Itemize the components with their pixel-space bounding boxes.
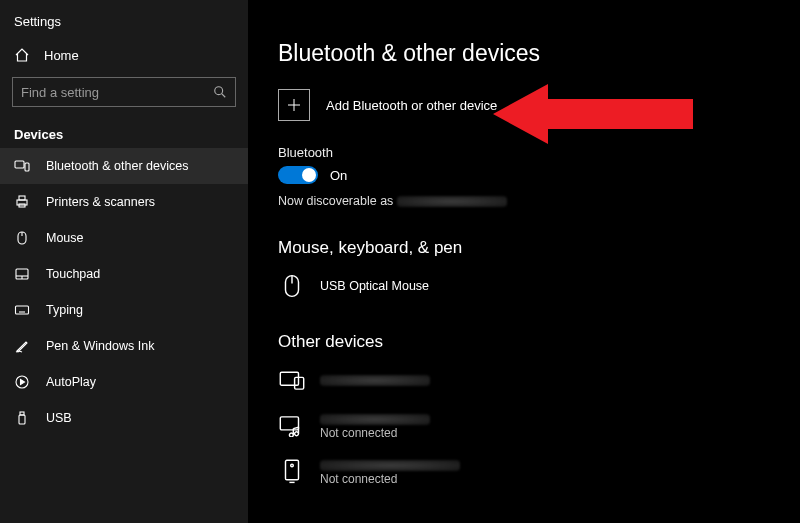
search-icon — [213, 85, 227, 99]
redacted-name — [397, 196, 507, 207]
svg-rect-5 — [19, 196, 25, 200]
autoplay-icon — [14, 374, 30, 390]
bluetooth-toggle[interactable] — [278, 166, 318, 184]
svg-rect-21 — [20, 412, 24, 415]
redacted-device — [320, 414, 430, 425]
sidebar-item-label: AutoPlay — [46, 375, 96, 389]
svg-point-0 — [215, 87, 223, 95]
sidebar-item-printers[interactable]: Printers & scanners — [0, 184, 248, 220]
page-title: Bluetooth & other devices — [278, 40, 800, 67]
section-other-devices: Other devices — [278, 332, 800, 352]
device-row[interactable]: USB Optical Mouse — [278, 268, 800, 314]
device-status: Not connected — [320, 472, 460, 486]
device-row[interactable]: Not connected — [278, 408, 800, 454]
redacted-device — [320, 460, 460, 471]
mouse-icon — [14, 230, 30, 246]
bluetooth-state: On — [330, 168, 347, 183]
svg-rect-3 — [25, 163, 29, 171]
svg-line-1 — [222, 94, 226, 98]
sidebar-item-label: Typing — [46, 303, 83, 317]
section-mouse-keyboard-pen: Mouse, keyboard, & pen — [278, 238, 800, 258]
sidebar-item-typing[interactable]: Typing — [0, 292, 248, 328]
svg-rect-20 — [19, 415, 25, 424]
home-label: Home — [44, 48, 79, 63]
main-panel: Bluetooth & other devices Add Bluetooth … — [248, 0, 800, 523]
sidebar-item-usb[interactable]: USB — [0, 400, 248, 436]
printer-icon — [14, 194, 30, 210]
search-input[interactable] — [21, 85, 213, 100]
mouse-device-icon — [278, 272, 306, 300]
discoverable-text: Now discoverable as — [278, 194, 800, 208]
sidebar-item-label: Printers & scanners — [46, 195, 155, 209]
sidebar-item-touchpad[interactable]: Touchpad — [0, 256, 248, 292]
sidebar-item-label: USB — [46, 411, 72, 425]
pen-icon — [14, 338, 30, 354]
search-box[interactable] — [12, 77, 236, 107]
svg-rect-2 — [15, 161, 24, 168]
add-device-button[interactable]: Add Bluetooth or other device — [278, 89, 800, 121]
sidebar-section-title: Devices — [0, 117, 248, 148]
touchpad-icon — [14, 266, 30, 282]
sidebar: Settings Home Devices Bluetooth & other … — [0, 0, 248, 523]
display-device-icon — [278, 366, 306, 394]
device-row[interactable]: Not connected — [278, 454, 800, 500]
home-nav[interactable]: Home — [0, 39, 248, 71]
svg-point-31 — [291, 464, 294, 467]
devices-icon — [14, 158, 30, 174]
bluetooth-label: Bluetooth — [278, 145, 800, 160]
sidebar-item-bluetooth-devices[interactable]: Bluetooth & other devices — [0, 148, 248, 184]
sidebar-item-label: Pen & Windows Ink — [46, 339, 154, 353]
device-status: Not connected — [320, 426, 430, 440]
plus-icon — [278, 89, 310, 121]
svg-rect-26 — [280, 372, 298, 385]
home-icon — [14, 47, 30, 63]
sidebar-item-pen[interactable]: Pen & Windows Ink — [0, 328, 248, 364]
redacted-device — [320, 375, 430, 386]
sidebar-item-label: Bluetooth & other devices — [46, 159, 188, 173]
sidebar-item-label: Mouse — [46, 231, 84, 245]
sidebar-item-autoplay[interactable]: AutoPlay — [0, 364, 248, 400]
media-device-icon — [278, 412, 306, 440]
settings-title: Settings — [0, 8, 248, 39]
add-device-label: Add Bluetooth or other device — [326, 98, 497, 113]
svg-rect-12 — [16, 306, 29, 314]
device-name: USB Optical Mouse — [320, 279, 429, 293]
device-row[interactable] — [278, 362, 800, 408]
generic-device-icon — [278, 458, 306, 486]
keyboard-icon — [14, 302, 30, 318]
usb-icon — [14, 410, 30, 426]
svg-rect-29 — [286, 460, 299, 480]
sidebar-item-label: Touchpad — [46, 267, 100, 281]
sidebar-item-mouse[interactable]: Mouse — [0, 220, 248, 256]
